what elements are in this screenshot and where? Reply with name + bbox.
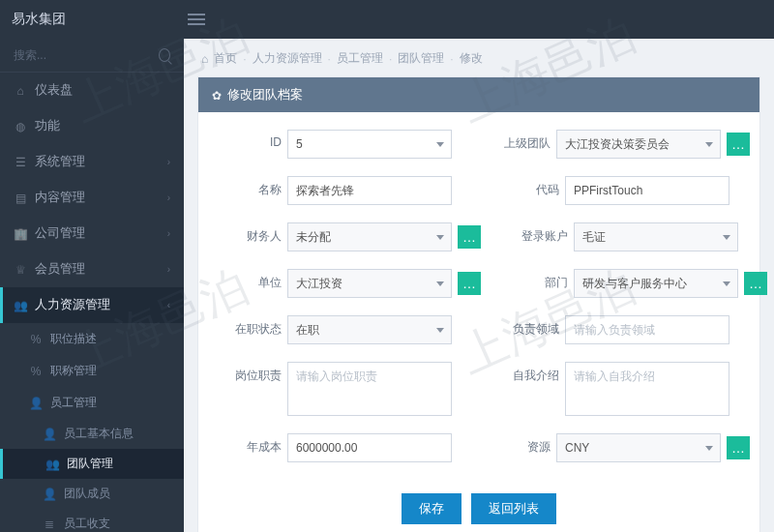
nav: ⌂仪表盘 ◍功能 ☰系统管理› ▤内容管理› 🏢公司管理› ♕会员管理› 👥人力… <box>0 73 184 532</box>
users-icon: 👥 <box>45 458 59 471</box>
label-status: 在职状态 <box>208 315 282 338</box>
gear-icon <box>212 88 222 103</box>
breadcrumb-edit: 修改 <box>460 50 483 67</box>
users-icon: 👥 <box>14 299 27 312</box>
label-parent-team: 上级团队 <box>477 130 551 152</box>
select-parent-team[interactable] <box>556 130 721 159</box>
nav-dashboard[interactable]: ⌂仪表盘 <box>0 73 184 108</box>
building-icon: 🏢 <box>14 227 27 241</box>
user-icon: 👤 <box>43 428 56 441</box>
breadcrumb-home[interactable]: 首页 <box>214 50 237 67</box>
main: ⌂ 首页 · 人力资源管理 · 员工管理 · 团队管理 · 修改 修改团队档案 … <box>184 39 774 532</box>
lookup-department-button[interactable]: … <box>744 272 767 295</box>
label-login-account: 登录账户 <box>494 222 568 245</box>
chevron-right-icon: › <box>167 192 170 203</box>
top-bar: 易水集团 <box>0 0 774 39</box>
nav-company[interactable]: 🏢公司管理› <box>0 216 184 251</box>
label-resource: 资源 <box>477 433 551 456</box>
breadcrumb: ⌂ 首页 · 人力资源管理 · 员工管理 · 团队管理 · 修改 <box>184 39 774 76</box>
select-status[interactable] <box>287 315 452 344</box>
breadcrumb-hr[interactable]: 人力资源管理 <box>253 50 322 67</box>
panel-header: 修改团队档案 <box>198 77 759 112</box>
select-department[interactable] <box>574 269 738 298</box>
search-icon <box>159 48 170 62</box>
nav-member[interactable]: ♕会员管理› <box>0 251 184 287</box>
input-name[interactable] <box>287 176 452 205</box>
lookup-resource-button[interactable]: … <box>727 436 750 459</box>
trophy-icon: ♕ <box>14 263 27 277</box>
form-panel: 修改团队档案 ID 上级团队 … <box>197 76 760 532</box>
panel-title: 修改团队档案 <box>227 86 303 103</box>
nav-hr[interactable]: 👥人力资源管理‹ <box>0 287 184 323</box>
nav-hr-emp[interactable]: 👤员工管理 <box>0 387 184 419</box>
nav-hr-postdesc[interactable]: %职位描述 <box>0 323 184 355</box>
home-icon: ⌂ <box>14 84 27 98</box>
home-icon: ⌂ <box>201 52 208 66</box>
list-icon: ≣ <box>43 517 56 531</box>
chevron-right-icon: › <box>167 157 170 167</box>
label-unit: 单位 <box>208 269 282 291</box>
link-icon: % <box>29 365 43 378</box>
input-code[interactable] <box>565 176 729 205</box>
nav-content[interactable]: ▤内容管理› <box>0 180 184 216</box>
select-login-account[interactable] <box>574 222 738 251</box>
form-actions: 保存 返回列表 <box>208 480 750 532</box>
input-annual-cost[interactable] <box>287 433 452 462</box>
label-finance: 财务人 <box>208 222 282 245</box>
nav-hr-emp-basic[interactable]: 👤员工基本信息 <box>0 419 184 449</box>
nav-hr-title[interactable]: %职称管理 <box>0 355 184 387</box>
textarea-selfintro[interactable] <box>565 362 729 416</box>
search-input[interactable] <box>14 48 159 62</box>
sidebar-search[interactable] <box>0 39 184 73</box>
label-selfintro: 自我介绍 <box>486 362 559 384</box>
back-button[interactable]: 返回列表 <box>471 493 556 524</box>
nav-system[interactable]: ☰系统管理› <box>0 144 184 180</box>
chevron-left-icon: ‹ <box>167 300 170 310</box>
layout: ⌂仪表盘 ◍功能 ☰系统管理› ▤内容管理› 🏢公司管理› ♕会员管理› 👥人力… <box>0 39 774 532</box>
nav-hr-emp-income[interactable]: ≣员工收支 <box>0 509 184 532</box>
lookup-unit-button[interactable]: … <box>458 272 481 295</box>
breadcrumb-team[interactable]: 团队管理 <box>398 50 444 67</box>
globe-icon: ◍ <box>14 120 27 133</box>
sliders-icon: ☰ <box>14 156 27 169</box>
form-body: ID 上级团队 … 名称 <box>198 112 759 532</box>
brand-name: 易水集团 <box>12 11 66 28</box>
lookup-parent-team-button[interactable]: … <box>727 133 750 156</box>
select-finance-person[interactable] <box>287 222 452 251</box>
label-domain: 负责领域 <box>486 315 559 338</box>
nav-hr-team-members[interactable]: 👤团队成员 <box>0 479 184 509</box>
save-button[interactable]: 保存 <box>402 493 461 524</box>
menu-toggle-icon[interactable] <box>184 9 209 30</box>
label-department: 部门 <box>494 269 568 291</box>
link-icon: % <box>29 333 43 346</box>
chevron-right-icon: › <box>167 228 170 239</box>
select-resource[interactable] <box>556 433 721 462</box>
user-icon: 👤 <box>43 488 56 501</box>
sidebar: ⌂仪表盘 ◍功能 ☰系统管理› ▤内容管理› 🏢公司管理› ♕会员管理› 👥人力… <box>0 39 184 532</box>
input-id[interactable] <box>287 130 452 159</box>
select-unit[interactable] <box>287 269 452 298</box>
nav-function[interactable]: ◍功能 <box>0 108 184 144</box>
label-id: ID <box>208 130 282 149</box>
user-icon: 👤 <box>29 397 43 410</box>
label-duties: 岗位职责 <box>208 362 282 384</box>
chevron-right-icon: › <box>167 264 170 275</box>
textarea-duties[interactable] <box>287 362 452 416</box>
breadcrumb-emp[interactable]: 员工管理 <box>337 50 383 67</box>
label-name: 名称 <box>208 176 282 198</box>
label-code: 代码 <box>486 176 559 198</box>
lookup-finance-button[interactable]: … <box>458 225 481 249</box>
book-icon: ▤ <box>14 192 27 205</box>
nav-hr-team-mgmt[interactable]: 👥团队管理 <box>0 449 184 479</box>
input-domain[interactable] <box>565 315 729 344</box>
label-annual-cost: 年成本 <box>208 433 282 456</box>
